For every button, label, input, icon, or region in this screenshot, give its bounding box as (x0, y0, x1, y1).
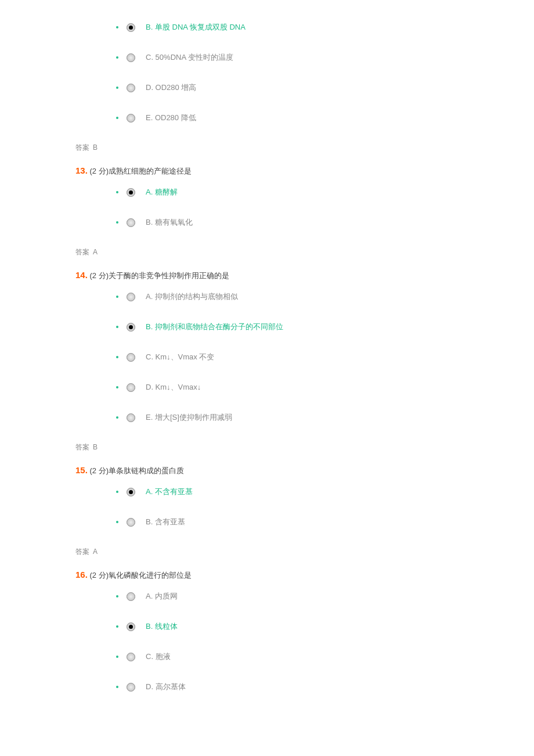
answer-line: 答案B (75, 143, 534, 153)
radio-icon[interactable] (127, 592, 135, 601)
bullet-icon (116, 386, 118, 388)
option-label: C. 胞液 (146, 651, 171, 662)
option-item[interactable]: A. 内质网 (116, 591, 534, 602)
answer-key: A (93, 548, 98, 556)
radio-icon[interactable] (127, 23, 135, 32)
radio-icon[interactable] (127, 114, 135, 123)
radio-icon[interactable] (127, 84, 135, 92)
bullet-icon (116, 491, 118, 493)
bullet-icon (116, 26, 118, 28)
option-item[interactable]: B. 糖有氧氧化 (116, 217, 534, 228)
bullet-icon (116, 595, 118, 597)
quiz-container: B. 单股 DNA 恢复成双股 DNAC. 50%DNA 变性时的温度D. OD… (0, 22, 534, 692)
option-label: C. 50%DNA 变性时的温度 (146, 52, 233, 63)
answer-key: B (93, 143, 98, 152)
question-points: (2 分) (89, 271, 109, 280)
radio-icon[interactable] (127, 188, 135, 197)
answer-label: 答案 (75, 548, 89, 556)
option-item[interactable]: D. Km↓、Vmax↓ (116, 382, 534, 393)
answer-label: 答案 (75, 248, 89, 256)
radio-icon[interactable] (127, 323, 135, 332)
question-number: 13. (75, 165, 88, 175)
option-item[interactable]: E. OD280 降低 (116, 113, 534, 123)
option-item[interactable]: A. 不含有亚基 (116, 487, 534, 497)
option-label: B. 抑制剂和底物结合在酶分子的不同部位 (146, 322, 283, 332)
bullet-icon (116, 686, 118, 688)
question-text: 成熟红细胞的产能途径是 (109, 167, 192, 175)
radio-icon[interactable] (127, 622, 135, 631)
question-header: 14. (2 分)关于酶的非竞争性抑制作用正确的是 (75, 270, 534, 281)
question-points: (2 分) (89, 571, 109, 579)
bullet-icon (116, 625, 118, 628)
radio-icon[interactable] (127, 383, 135, 392)
option-label: E. OD280 降低 (146, 113, 196, 123)
answer-key: A (93, 248, 98, 256)
option-item[interactable]: B. 单股 DNA 恢复成双股 DNA (116, 22, 534, 33)
bullet-icon (116, 191, 118, 193)
question-points: (2 分) (89, 167, 109, 175)
option-item[interactable]: C. 胞液 (116, 651, 534, 662)
answer-label: 答案 (75, 443, 89, 451)
question-points: (2 分) (89, 466, 109, 475)
option-item[interactable]: C. 50%DNA 变性时的温度 (116, 52, 534, 63)
radio-icon[interactable] (127, 683, 135, 692)
option-label: A. 不含有亚基 (146, 487, 193, 497)
question-text: 关于酶的非竞争性抑制作用正确的是 (109, 271, 229, 280)
radio-icon[interactable] (127, 353, 135, 362)
option-list: A. 不含有亚基B. 含有亚基 (116, 487, 534, 527)
question-text: 单条肽链构成的蛋白质 (109, 466, 184, 475)
option-item[interactable]: A. 糖酵解 (116, 187, 534, 197)
option-list: A. 糖酵解B. 糖有氧氧化 (116, 187, 534, 228)
option-item[interactable]: D. 高尔基体 (116, 682, 534, 692)
question-number: 16. (75, 570, 88, 579)
question-number: 15. (75, 465, 88, 475)
radio-icon[interactable] (127, 293, 135, 301)
option-list: A. 抑制剂的结构与底物相似B. 抑制剂和底物结合在酶分子的不同部位C. Km↓… (116, 291, 534, 423)
question-text: 氧化磷酸化进行的部位是 (109, 571, 192, 579)
radio-icon[interactable] (127, 488, 135, 496)
bullet-icon (116, 521, 118, 523)
bullet-icon (116, 296, 118, 298)
bullet-icon (116, 87, 118, 89)
option-label: D. 高尔基体 (146, 682, 186, 692)
question-number: 14. (75, 270, 88, 280)
option-label: C. Km↓、Vmax 不变 (146, 352, 214, 362)
option-item[interactable]: A. 抑制剂的结构与底物相似 (116, 291, 534, 302)
question-header: 16. (2 分)氧化磷酸化进行的部位是 (75, 570, 534, 581)
option-item[interactable]: B. 抑制剂和底物结合在酶分子的不同部位 (116, 322, 534, 332)
bullet-icon (116, 117, 118, 119)
option-label: D. OD280 增高 (146, 82, 196, 93)
option-item[interactable]: B. 含有亚基 (116, 517, 534, 527)
option-item[interactable]: C. Km↓、Vmax 不变 (116, 352, 534, 362)
bullet-icon (116, 326, 118, 328)
radio-icon[interactable] (127, 413, 135, 422)
radio-icon[interactable] (127, 218, 135, 227)
option-label: E. 增大[S]使抑制作用减弱 (146, 412, 232, 423)
option-label: A. 糖酵解 (146, 187, 178, 197)
bullet-icon (116, 656, 118, 658)
answer-label: 答案 (75, 143, 89, 152)
option-item[interactable]: E. 增大[S]使抑制作用减弱 (116, 412, 534, 423)
option-label: B. 单股 DNA 恢复成双股 DNA (146, 22, 246, 33)
answer-line: 答案A (75, 547, 534, 557)
option-item[interactable]: D. OD280 增高 (116, 82, 534, 93)
radio-icon[interactable] (127, 53, 135, 62)
answer-line: 答案A (75, 247, 534, 257)
radio-icon[interactable] (127, 653, 135, 661)
option-item[interactable]: B. 线粒体 (116, 621, 534, 632)
option-list: B. 单股 DNA 恢复成双股 DNAC. 50%DNA 变性时的温度D. OD… (116, 22, 534, 123)
option-label: A. 抑制剂的结构与底物相似 (146, 291, 238, 302)
option-label: B. 含有亚基 (146, 517, 185, 527)
radio-icon[interactable] (127, 518, 135, 527)
answer-key: B (93, 443, 98, 451)
bullet-icon (116, 221, 118, 224)
option-label: A. 内质网 (146, 591, 178, 602)
option-label: D. Km↓、Vmax↓ (146, 382, 201, 393)
option-label: B. 糖有氧氧化 (146, 217, 193, 228)
question-header: 13. (2 分)成熟红细胞的产能途径是 (75, 165, 534, 177)
option-list: A. 内质网B. 线粒体C. 胞液D. 高尔基体 (116, 591, 534, 692)
bullet-icon (116, 356, 118, 358)
option-label: B. 线粒体 (146, 621, 178, 632)
bullet-icon (116, 56, 118, 59)
answer-line: 答案B (75, 442, 534, 452)
